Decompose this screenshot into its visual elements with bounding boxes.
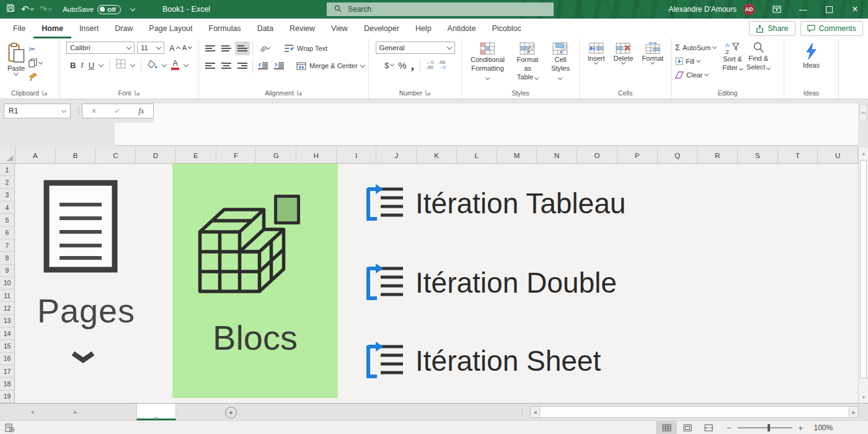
cancel-button[interactable]: × xyxy=(91,106,96,116)
undo-button[interactable]: ↶ xyxy=(21,4,33,15)
maximize-button[interactable] xyxy=(816,0,842,19)
pages-icon[interactable] xyxy=(43,180,118,275)
row-header[interactable]: 5 xyxy=(0,214,14,226)
borders-button[interactable] xyxy=(116,59,126,71)
search-box[interactable] xyxy=(327,2,554,16)
menu-item-iteration-double[interactable]: Itération Double xyxy=(362,260,617,305)
row-header[interactable]: 18 xyxy=(0,378,14,390)
tab-view[interactable]: View xyxy=(323,19,356,38)
comma-format-button[interactable]: , xyxy=(411,62,414,68)
ideas-button[interactable]: Ideas xyxy=(799,42,823,87)
close-button[interactable]: × xyxy=(842,0,868,19)
tab-picobloc[interactable]: Picobloc xyxy=(484,19,529,38)
column-header[interactable]: E xyxy=(176,148,216,163)
comments-button[interactable]: Comments xyxy=(800,21,863,36)
column-header[interactable]: U xyxy=(818,148,858,163)
chevron-down-icon[interactable] xyxy=(184,61,188,66)
decrease-decimal-button[interactable]: .00 →0 xyxy=(438,60,445,70)
tab-page-layout[interactable]: Page Layout xyxy=(141,19,200,38)
column-header[interactable]: O xyxy=(577,148,618,163)
autosave-control[interactable]: AutoSave Off xyxy=(63,5,121,14)
column-header[interactable]: N xyxy=(537,148,577,163)
tab-file[interactable]: File xyxy=(5,19,33,38)
menu-item-iteration-sheet[interactable]: Itération Sheet xyxy=(362,339,601,383)
fill-button[interactable]: Fill xyxy=(675,55,716,67)
row-header[interactable]: 13 xyxy=(0,315,14,327)
vertical-scrollbar[interactable]: ▲ ▼ xyxy=(858,148,868,403)
row-header[interactable]: 4 xyxy=(0,202,14,214)
vertical-scroll-thumb[interactable] xyxy=(860,160,867,378)
clear-button[interactable]: Clear xyxy=(675,69,716,81)
macro-recording-icon[interactable] xyxy=(5,423,15,434)
column-header[interactable]: C xyxy=(95,148,136,163)
column-header[interactable]: G xyxy=(256,148,296,163)
merge-center-button[interactable]: Merge & Center xyxy=(296,59,365,73)
column-header[interactable]: Q xyxy=(658,148,698,163)
tab-developer[interactable]: Developer xyxy=(356,19,407,38)
next-sheet-icon[interactable]: ▶ xyxy=(68,404,83,420)
zoom-slider-thumb[interactable] xyxy=(768,424,770,432)
column-header[interactable]: H xyxy=(296,148,337,163)
column-header[interactable]: L xyxy=(457,148,497,163)
paste-button[interactable]: Paste xyxy=(4,42,29,87)
chevron-down-icon[interactable] xyxy=(99,61,104,66)
menu-item-iteration-tableau[interactable]: Itération Tableau xyxy=(362,181,626,226)
row-header[interactable]: 14 xyxy=(0,327,14,340)
scroll-up-icon[interactable]: ▲ xyxy=(859,148,868,159)
increase-indent-button[interactable] xyxy=(272,59,286,73)
row-header[interactable]: 2 xyxy=(0,176,14,188)
increase-font-button[interactable]: A xyxy=(169,43,180,53)
row-header[interactable]: 7 xyxy=(0,239,14,252)
font-name-select[interactable]: Calibri xyxy=(66,42,135,54)
avatar[interactable]: AD xyxy=(743,3,755,16)
blocs-button[interactable]: Blocs xyxy=(172,164,338,398)
zoom-in-button[interactable]: + xyxy=(799,423,804,433)
dialog-launcher-icon[interactable] xyxy=(297,90,303,95)
row-header[interactable]: 16 xyxy=(0,353,14,365)
column-header[interactable]: F xyxy=(216,148,257,163)
formula-input[interactable] xyxy=(154,104,858,123)
cut-button[interactable]: ✂ xyxy=(29,44,42,55)
horizontal-scroll-track[interactable] xyxy=(540,406,849,418)
tab-help[interactable]: Help xyxy=(407,19,440,38)
font-color-button[interactable]: A xyxy=(171,60,179,70)
column-header[interactable]: S xyxy=(738,148,778,163)
decrease-font-button[interactable]: A xyxy=(182,44,192,51)
align-middle-button[interactable] xyxy=(219,42,234,55)
insert-function-button[interactable]: fx xyxy=(138,106,144,116)
previous-sheet-icon[interactable]: ◀ xyxy=(25,404,40,420)
align-right-button[interactable] xyxy=(235,59,250,73)
percent-format-button[interactable]: % xyxy=(398,60,406,71)
format-painter-button[interactable] xyxy=(29,71,42,82)
row-header[interactable]: 6 xyxy=(0,227,14,239)
share-button[interactable]: Share xyxy=(749,21,795,36)
column-header[interactable]: I xyxy=(337,148,377,163)
fill-color-button[interactable] xyxy=(148,60,157,71)
ribbon-display-options-button[interactable] xyxy=(764,0,790,19)
column-header[interactable]: T xyxy=(778,148,818,163)
align-center-button[interactable] xyxy=(219,59,234,73)
new-sheet-button[interactable]: + xyxy=(225,407,237,418)
save-icon[interactable] xyxy=(6,4,15,15)
column-header[interactable]: M xyxy=(497,148,538,163)
find-select-button[interactable]: Find &Select xyxy=(746,42,771,87)
qat-customize-chevron-icon[interactable] xyxy=(130,6,135,11)
orientation-button[interactable]: ab xyxy=(255,42,274,55)
enter-button[interactable]: ✓ xyxy=(114,107,120,115)
tab-draw[interactable]: Draw xyxy=(107,19,141,38)
wrap-text-button[interactable]: Wrap Text xyxy=(284,42,327,55)
bold-button[interactable]: B xyxy=(70,61,76,70)
increase-decimal-button[interactable]: ←0 .00 xyxy=(426,60,433,70)
autosave-toggle[interactable]: Off xyxy=(97,5,121,14)
tab-data[interactable]: Data xyxy=(249,19,281,38)
tab-bar-resizer-icon[interactable]: ⋮ xyxy=(518,407,526,416)
scroll-left-icon[interactable]: ◀ xyxy=(530,406,540,418)
dialog-launcher-icon[interactable] xyxy=(135,90,140,95)
dialog-launcher-icon[interactable] xyxy=(425,90,431,95)
zoom-slider[interactable] xyxy=(738,427,792,428)
insert-cells-button[interactable]: Insert xyxy=(583,42,609,87)
zoom-out-button[interactable]: − xyxy=(727,423,732,433)
align-bottom-button[interactable] xyxy=(235,42,250,55)
row-header[interactable]: 9 xyxy=(0,265,14,277)
delete-cells-button[interactable]: Delete xyxy=(609,42,638,87)
